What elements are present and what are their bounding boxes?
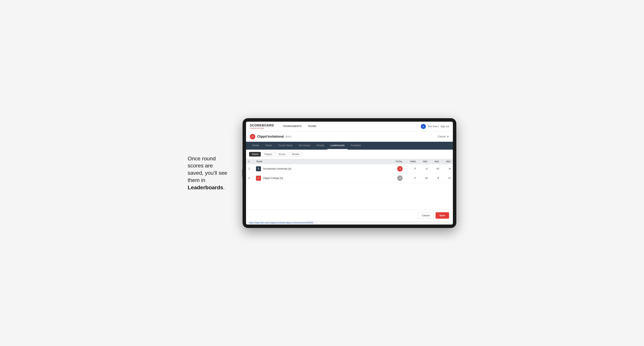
status-url: https://stage-blue-coach.stagesscoreboar…: [249, 222, 313, 224]
col-thru: THRU: [405, 159, 418, 164]
tournament-title: Clippd Invitational: [257, 135, 284, 138]
team-2: C Clippd College [A]: [254, 173, 390, 183]
tab-results[interactable]: Results: [314, 142, 327, 150]
team-1: S Scoreboard University [A]: [254, 164, 390, 173]
tab-tee-groups[interactable]: Tee Groups: [296, 142, 314, 150]
col-rd2: RD2: [430, 159, 441, 164]
table-row: 1 S Scoreboard University [A] -5: [246, 164, 453, 173]
rd3-1: -6: [441, 164, 453, 173]
content-spacer: [246, 183, 453, 210]
team-logo-2: C: [256, 176, 261, 181]
thru-1: F: [405, 164, 418, 173]
tablet-device: SCOREBOARD Powered by clippd TOURNAMENTS…: [242, 118, 456, 228]
annotation-text: Once round scores are saved, you'll see …: [188, 155, 227, 191]
score-badge-1: -5: [397, 166, 402, 172]
rd2-2: -8: [430, 173, 441, 183]
logo: SCOREBOARD Powered by clippd: [250, 124, 274, 129]
status-bar: https://stage-blue-coach.stagesscoreboar…: [246, 221, 453, 224]
thru-2: F: [405, 173, 418, 183]
total-2: +3: [390, 173, 405, 183]
rd1-2: +8: [418, 173, 430, 183]
tab-course-setup[interactable]: Course Setup: [275, 142, 295, 150]
close-icon[interactable]: ✕: [447, 135, 449, 138]
bottom-bar: Cancel Save: [246, 210, 453, 221]
logo-sub: Powered by clippd: [250, 127, 274, 129]
tab-teams[interactable]: Teams: [262, 142, 275, 150]
tablet-screen: SCOREBOARD Powered by clippd TOURNAMENTS…: [246, 122, 453, 224]
score-badge-2: +3: [397, 175, 402, 181]
rd2-1: +5: [430, 164, 441, 173]
filter-scores[interactable]: Scores: [276, 152, 288, 157]
tab-leaderboards[interactable]: Leaderboards: [327, 142, 348, 150]
team-name-1: Scoreboard University [A]: [263, 167, 291, 170]
leaderboard-table: # TEAM TOTAL THRU RD1 RD2 RD3 1: [246, 159, 453, 183]
table-row: 2 C Clippd College [A] +3: [246, 173, 453, 183]
col-rd1: RD1: [418, 159, 430, 164]
team-logo-1: S: [256, 166, 261, 171]
tab-details[interactable]: Details: [249, 142, 262, 150]
sub-navigation: Details Teams Course Setup Tee Groups Re…: [246, 142, 453, 150]
logo-text: SCOREBOARD: [250, 124, 274, 127]
annotation-bold: Leaderboards: [188, 184, 223, 190]
tournament-cancel[interactable]: Cancel ✕: [438, 135, 449, 138]
total-1: -5: [390, 164, 405, 173]
user-label: Test User |: [428, 125, 439, 128]
nav-tournaments[interactable]: TOURNAMENTS: [280, 122, 305, 132]
col-rd3: RD3: [441, 159, 453, 164]
top-navigation: SCOREBOARD Powered by clippd TOURNAMENTS…: [246, 122, 453, 132]
rd3-2: +3: [441, 173, 453, 183]
col-team: TEAM: [254, 159, 390, 164]
nav-right: S Test User | Sign out: [421, 124, 449, 129]
cancel-button[interactable]: Cancel: [418, 212, 434, 219]
tournament-subtitle: (Men): [285, 135, 292, 138]
nav-links: TOURNAMENTS TEAMS: [280, 122, 421, 132]
filter-teams[interactable]: Teams: [249, 152, 261, 157]
user-avatar: S: [421, 124, 426, 129]
filter-bar: Teams Players Scores Strokes: [246, 150, 453, 159]
filter-players[interactable]: Players: [262, 152, 274, 157]
rank-1: 1: [246, 164, 254, 173]
save-button[interactable]: Save: [436, 212, 449, 219]
signout-link[interactable]: Sign out: [440, 125, 449, 128]
team-name-2: Clippd College [A]: [263, 177, 283, 179]
col-rank: #: [246, 159, 254, 164]
tablet-button: [242, 169, 243, 177]
nav-teams[interactable]: TEAMS: [305, 122, 320, 132]
rd1-1: -4: [418, 164, 430, 173]
tab-printables[interactable]: Printables: [348, 142, 364, 150]
table-header-row: # TEAM TOTAL THRU RD1 RD2 RD3: [246, 159, 453, 164]
tournament-header: C Clippd Invitational (Men) Cancel ✕: [246, 132, 453, 142]
tournament-icon: C: [250, 134, 255, 139]
col-total: TOTAL: [390, 159, 405, 164]
filter-strokes[interactable]: Strokes: [289, 152, 302, 157]
rank-2: 2: [246, 173, 254, 183]
